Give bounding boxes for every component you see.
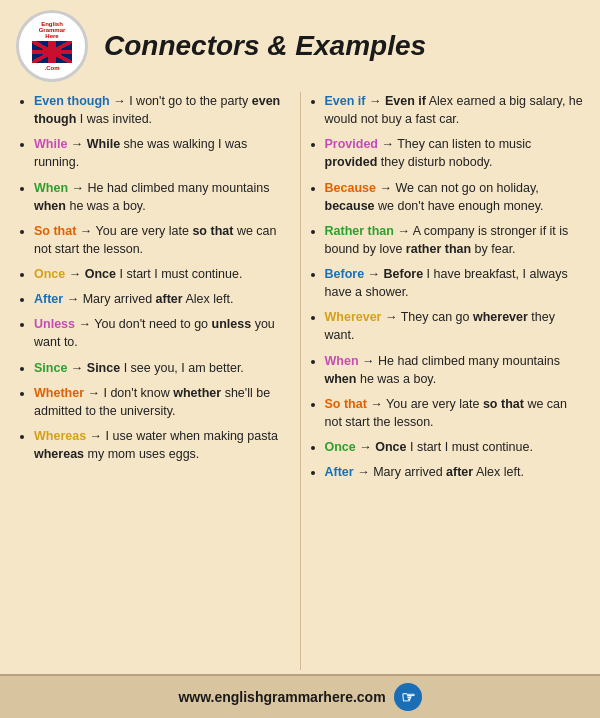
connector-bold: whereas [34, 447, 84, 461]
connector-bold: so that [192, 224, 233, 238]
connector-bold: wherever [473, 310, 528, 324]
connector-bold: rather than [406, 242, 471, 256]
connector-label: Whereas [34, 429, 86, 443]
connector-label: When [325, 354, 359, 368]
list-item: Whether → I don't know whether she'll be… [34, 384, 294, 420]
footer: www.englishgrammarhere.com ☞ [0, 674, 600, 718]
list-item: Even though → I won't go to the party ev… [34, 92, 294, 128]
list-item: So that → You are very late so that we c… [325, 395, 585, 431]
connector-label: When [34, 181, 68, 195]
connector-bold: Once [375, 440, 406, 454]
connector-label: Unless [34, 317, 75, 331]
connector-bold: because [325, 199, 375, 213]
list-item: Wherever → They can go wherever they wan… [325, 308, 585, 344]
connector-bold: when [325, 372, 357, 386]
hand-icon: ☞ [394, 683, 422, 711]
connector-label: Once [325, 440, 356, 454]
connector-label: Wherever [325, 310, 382, 324]
connector-label: Rather than [325, 224, 394, 238]
list-item: Before → Before I have breakfast, I alwa… [325, 265, 585, 301]
left-connector-list: Even though → I won't go to the party ev… [16, 92, 294, 463]
connector-label: Even though [34, 94, 110, 108]
connector-label: Since [34, 361, 67, 375]
connector-label: Once [34, 267, 65, 281]
connector-label: After [325, 465, 354, 479]
connector-label: Before [325, 267, 365, 281]
list-item: Unless → You don't need to go unless you… [34, 315, 294, 351]
logo-text: English Grammar Here .Com [28, 17, 76, 75]
connector-label: So that [34, 224, 76, 238]
right-column: Even if → Even if Alex earned a big sala… [301, 92, 591, 670]
list-item: Because → We can not go on holiday, beca… [325, 179, 585, 215]
connector-bold: Once [85, 267, 116, 281]
connector-bold: provided [325, 155, 378, 169]
list-item: So that → You are very late so that we c… [34, 222, 294, 258]
list-item: Whereas → I use water when making pasta … [34, 427, 294, 463]
footer-url: www.englishgrammarhere.com [178, 689, 385, 705]
connector-bold: Since [87, 361, 120, 375]
list-item: When → He had climbed many mountains whe… [34, 179, 294, 215]
main-content: Even though → I won't go to the party ev… [0, 88, 600, 674]
left-column: Even though → I won't go to the party ev… [10, 92, 301, 670]
list-item: Once → Once I start I must continue. [34, 265, 294, 283]
flag-icon [32, 41, 72, 63]
connector-label: While [34, 137, 67, 151]
list-item: After → Mary arrived after Alex left. [34, 290, 294, 308]
connector-bold: after [446, 465, 473, 479]
connector-bold: While [87, 137, 120, 151]
list-item: Provided → They can listen to music prov… [325, 135, 585, 171]
connector-label: Whether [34, 386, 84, 400]
connector-label: Because [325, 181, 376, 195]
page-title: Connectors & Examples [104, 30, 426, 62]
connector-label: Provided [325, 137, 379, 151]
connector-label: So that [325, 397, 367, 411]
list-item: Since → Since I see you, I am better. [34, 359, 294, 377]
connector-bold: whether [173, 386, 221, 400]
list-item: Once → Once I start I must continue. [325, 438, 585, 456]
connector-bold: when [34, 199, 66, 213]
list-item: After → Mary arrived after Alex left. [325, 463, 585, 481]
list-item: When → He had climbed many mountains whe… [325, 352, 585, 388]
list-item: While → While she was walking I was runn… [34, 135, 294, 171]
connector-bold: Before [384, 267, 424, 281]
right-connector-list: Even if → Even if Alex earned a big sala… [307, 92, 585, 481]
connector-bold: unless [212, 317, 252, 331]
page-header: English Grammar Here .Com Connectors & E… [0, 0, 600, 88]
connector-label: After [34, 292, 63, 306]
list-item: Even if → Even if Alex earned a big sala… [325, 92, 585, 128]
logo: English Grammar Here .Com [16, 10, 88, 82]
connector-bold: Even if [385, 94, 426, 108]
connector-label: Even if [325, 94, 366, 108]
list-item: Rather than → A company is stronger if i… [325, 222, 585, 258]
connector-bold: so that [483, 397, 524, 411]
connector-bold: after [156, 292, 183, 306]
